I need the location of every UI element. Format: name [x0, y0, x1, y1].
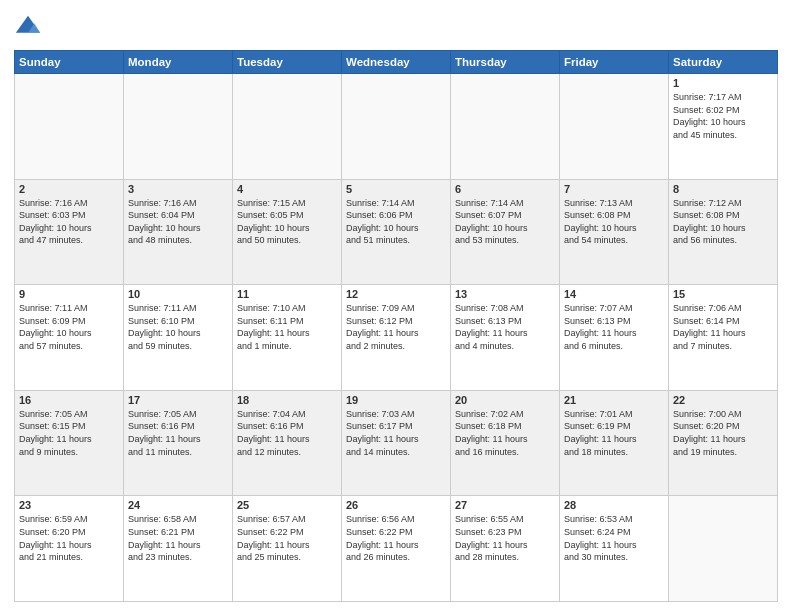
calendar-cell: 16Sunrise: 7:05 AM Sunset: 6:15 PM Dayli…	[15, 390, 124, 496]
calendar-cell: 20Sunrise: 7:02 AM Sunset: 6:18 PM Dayli…	[451, 390, 560, 496]
day-number: 5	[346, 183, 446, 195]
calendar-cell: 5Sunrise: 7:14 AM Sunset: 6:06 PM Daylig…	[342, 179, 451, 285]
calendar-cell: 7Sunrise: 7:13 AM Sunset: 6:08 PM Daylig…	[560, 179, 669, 285]
weekday-saturday: Saturday	[669, 51, 778, 74]
calendar-cell	[124, 74, 233, 180]
calendar-cell: 14Sunrise: 7:07 AM Sunset: 6:13 PM Dayli…	[560, 285, 669, 391]
calendar-cell: 28Sunrise: 6:53 AM Sunset: 6:24 PM Dayli…	[560, 496, 669, 602]
day-number: 20	[455, 394, 555, 406]
calendar-cell	[15, 74, 124, 180]
calendar-cell: 8Sunrise: 7:12 AM Sunset: 6:08 PM Daylig…	[669, 179, 778, 285]
day-number: 23	[19, 499, 119, 511]
day-info: Sunrise: 7:16 AM Sunset: 6:04 PM Dayligh…	[128, 197, 228, 247]
day-number: 25	[237, 499, 337, 511]
calendar-cell: 13Sunrise: 7:08 AM Sunset: 6:13 PM Dayli…	[451, 285, 560, 391]
day-number: 17	[128, 394, 228, 406]
day-number: 18	[237, 394, 337, 406]
logo	[14, 14, 44, 42]
day-info: Sunrise: 7:15 AM Sunset: 6:05 PM Dayligh…	[237, 197, 337, 247]
day-number: 16	[19, 394, 119, 406]
day-number: 4	[237, 183, 337, 195]
day-number: 19	[346, 394, 446, 406]
calendar-week-3: 16Sunrise: 7:05 AM Sunset: 6:15 PM Dayli…	[15, 390, 778, 496]
calendar-week-2: 9Sunrise: 7:11 AM Sunset: 6:09 PM Daylig…	[15, 285, 778, 391]
day-number: 1	[673, 77, 773, 89]
calendar-cell: 2Sunrise: 7:16 AM Sunset: 6:03 PM Daylig…	[15, 179, 124, 285]
calendar-cell	[669, 496, 778, 602]
day-number: 8	[673, 183, 773, 195]
day-info: Sunrise: 7:11 AM Sunset: 6:10 PM Dayligh…	[128, 302, 228, 352]
weekday-friday: Friday	[560, 51, 669, 74]
day-info: Sunrise: 7:17 AM Sunset: 6:02 PM Dayligh…	[673, 91, 773, 141]
day-info: Sunrise: 6:56 AM Sunset: 6:22 PM Dayligh…	[346, 513, 446, 563]
weekday-header-row: SundayMondayTuesdayWednesdayThursdayFrid…	[15, 51, 778, 74]
day-number: 14	[564, 288, 664, 300]
calendar-cell: 9Sunrise: 7:11 AM Sunset: 6:09 PM Daylig…	[15, 285, 124, 391]
calendar-cell: 24Sunrise: 6:58 AM Sunset: 6:21 PM Dayli…	[124, 496, 233, 602]
page: SundayMondayTuesdayWednesdayThursdayFrid…	[0, 0, 792, 612]
calendar-cell: 6Sunrise: 7:14 AM Sunset: 6:07 PM Daylig…	[451, 179, 560, 285]
day-number: 10	[128, 288, 228, 300]
day-number: 6	[455, 183, 555, 195]
day-number: 24	[128, 499, 228, 511]
day-info: Sunrise: 7:09 AM Sunset: 6:12 PM Dayligh…	[346, 302, 446, 352]
day-info: Sunrise: 7:00 AM Sunset: 6:20 PM Dayligh…	[673, 408, 773, 458]
day-number: 13	[455, 288, 555, 300]
calendar-cell: 18Sunrise: 7:04 AM Sunset: 6:16 PM Dayli…	[233, 390, 342, 496]
weekday-tuesday: Tuesday	[233, 51, 342, 74]
day-info: Sunrise: 7:16 AM Sunset: 6:03 PM Dayligh…	[19, 197, 119, 247]
calendar-cell: 21Sunrise: 7:01 AM Sunset: 6:19 PM Dayli…	[560, 390, 669, 496]
day-number: 9	[19, 288, 119, 300]
day-info: Sunrise: 7:14 AM Sunset: 6:07 PM Dayligh…	[455, 197, 555, 247]
day-info: Sunrise: 7:03 AM Sunset: 6:17 PM Dayligh…	[346, 408, 446, 458]
day-info: Sunrise: 7:13 AM Sunset: 6:08 PM Dayligh…	[564, 197, 664, 247]
calendar-cell: 3Sunrise: 7:16 AM Sunset: 6:04 PM Daylig…	[124, 179, 233, 285]
logo-icon	[14, 14, 42, 42]
calendar-cell: 17Sunrise: 7:05 AM Sunset: 6:16 PM Dayli…	[124, 390, 233, 496]
calendar-table: SundayMondayTuesdayWednesdayThursdayFrid…	[14, 50, 778, 602]
day-number: 3	[128, 183, 228, 195]
weekday-wednesday: Wednesday	[342, 51, 451, 74]
weekday-monday: Monday	[124, 51, 233, 74]
day-info: Sunrise: 7:02 AM Sunset: 6:18 PM Dayligh…	[455, 408, 555, 458]
day-info: Sunrise: 6:57 AM Sunset: 6:22 PM Dayligh…	[237, 513, 337, 563]
calendar-cell: 12Sunrise: 7:09 AM Sunset: 6:12 PM Dayli…	[342, 285, 451, 391]
day-number: 11	[237, 288, 337, 300]
day-info: Sunrise: 7:14 AM Sunset: 6:06 PM Dayligh…	[346, 197, 446, 247]
calendar-cell: 11Sunrise: 7:10 AM Sunset: 6:11 PM Dayli…	[233, 285, 342, 391]
day-info: Sunrise: 7:05 AM Sunset: 6:15 PM Dayligh…	[19, 408, 119, 458]
day-number: 28	[564, 499, 664, 511]
calendar-week-1: 2Sunrise: 7:16 AM Sunset: 6:03 PM Daylig…	[15, 179, 778, 285]
day-number: 27	[455, 499, 555, 511]
day-info: Sunrise: 6:58 AM Sunset: 6:21 PM Dayligh…	[128, 513, 228, 563]
calendar-cell: 10Sunrise: 7:11 AM Sunset: 6:10 PM Dayli…	[124, 285, 233, 391]
calendar-cell	[342, 74, 451, 180]
calendar-cell: 15Sunrise: 7:06 AM Sunset: 6:14 PM Dayli…	[669, 285, 778, 391]
day-info: Sunrise: 7:01 AM Sunset: 6:19 PM Dayligh…	[564, 408, 664, 458]
calendar-cell: 4Sunrise: 7:15 AM Sunset: 6:05 PM Daylig…	[233, 179, 342, 285]
day-number: 26	[346, 499, 446, 511]
weekday-sunday: Sunday	[15, 51, 124, 74]
calendar-cell: 22Sunrise: 7:00 AM Sunset: 6:20 PM Dayli…	[669, 390, 778, 496]
day-info: Sunrise: 7:04 AM Sunset: 6:16 PM Dayligh…	[237, 408, 337, 458]
day-info: Sunrise: 7:05 AM Sunset: 6:16 PM Dayligh…	[128, 408, 228, 458]
day-info: Sunrise: 7:08 AM Sunset: 6:13 PM Dayligh…	[455, 302, 555, 352]
weekday-thursday: Thursday	[451, 51, 560, 74]
day-info: Sunrise: 6:55 AM Sunset: 6:23 PM Dayligh…	[455, 513, 555, 563]
day-info: Sunrise: 7:10 AM Sunset: 6:11 PM Dayligh…	[237, 302, 337, 352]
header	[14, 10, 778, 42]
calendar-cell: 1Sunrise: 7:17 AM Sunset: 6:02 PM Daylig…	[669, 74, 778, 180]
day-info: Sunrise: 7:06 AM Sunset: 6:14 PM Dayligh…	[673, 302, 773, 352]
day-number: 21	[564, 394, 664, 406]
day-number: 22	[673, 394, 773, 406]
calendar-cell: 26Sunrise: 6:56 AM Sunset: 6:22 PM Dayli…	[342, 496, 451, 602]
calendar-cell: 25Sunrise: 6:57 AM Sunset: 6:22 PM Dayli…	[233, 496, 342, 602]
calendar-week-0: 1Sunrise: 7:17 AM Sunset: 6:02 PM Daylig…	[15, 74, 778, 180]
calendar-cell: 19Sunrise: 7:03 AM Sunset: 6:17 PM Dayli…	[342, 390, 451, 496]
day-number: 7	[564, 183, 664, 195]
day-info: Sunrise: 6:53 AM Sunset: 6:24 PM Dayligh…	[564, 513, 664, 563]
day-info: Sunrise: 7:07 AM Sunset: 6:13 PM Dayligh…	[564, 302, 664, 352]
calendar-cell: 27Sunrise: 6:55 AM Sunset: 6:23 PM Dayli…	[451, 496, 560, 602]
calendar-cell: 23Sunrise: 6:59 AM Sunset: 6:20 PM Dayli…	[15, 496, 124, 602]
calendar-cell	[233, 74, 342, 180]
